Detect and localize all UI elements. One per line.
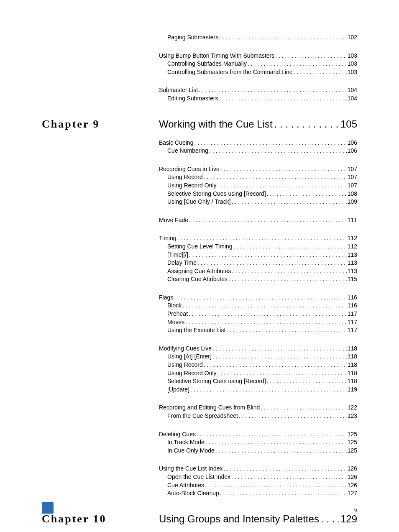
toc-dots [232, 267, 347, 276]
toc-entry-label: Using Record [167, 173, 203, 182]
toc-entry-page: 125 [348, 430, 357, 439]
toc-dots [189, 251, 347, 259]
footer-page-number: 5 [354, 506, 357, 513]
toc-dots [267, 190, 347, 198]
toc-entry-page: 103 [348, 60, 357, 68]
toc-section: Submaster List104Editing Submasters104 [42, 86, 357, 102]
toc-entry-page: 113 [348, 259, 357, 267]
toc-entry-label: Recording Cues in Live [159, 165, 220, 174]
toc-dots [232, 198, 347, 206]
toc-entry-page: 104 [348, 95, 357, 103]
toc-entry-page: 104 [348, 86, 357, 95]
toc-entry: Selective Storing Cues using [Record]118 [167, 377, 357, 386]
toc-section: Using Bump Button Timing With Submasters… [42, 52, 357, 77]
toc-dots [220, 489, 347, 498]
toc-dots [204, 361, 347, 369]
toc-entry-page: 109 [348, 198, 357, 206]
toc-entry: Paging Submasters102 [167, 33, 357, 42]
toc-entry: [Update]119 [167, 386, 357, 394]
toc-entry: Open the Cue List Index126 [167, 473, 357, 481]
toc-dots [209, 147, 347, 155]
toc-entry: Cue Attributes126 [167, 481, 357, 490]
toc-chapters: Chapter 9Working with the Cue List105Bas… [42, 118, 357, 532]
toc-dots [294, 68, 347, 77]
toc-entry-label: Deleting Cues [159, 430, 196, 439]
toc-dots [205, 438, 347, 447]
toc-entry-label: Paging Submasters [167, 33, 218, 42]
toc-entry-page: 117 [348, 326, 357, 335]
toc-entry: Cue Numbering106 [167, 147, 357, 155]
toc-entry-page: 118 [348, 369, 357, 378]
toc-entry-page: 125 [348, 447, 357, 455]
toc-entry: Using the Cue List Index126 [159, 465, 357, 473]
toc-entry: Clearing Cue Attributes115 [167, 275, 357, 284]
toc-dots [217, 369, 347, 378]
toc-dots [226, 326, 346, 335]
toc-entry-page: 126 [348, 473, 357, 481]
toc-entry: Auto-Block Cleanup127 [167, 489, 357, 498]
toc-entry-label: Basic Cueing [159, 139, 194, 147]
toc-entry-label: Delay Time [167, 259, 197, 267]
toc-entry-label: Open the Cue List Index [167, 473, 230, 481]
toc-entry: [Time][/]113 [167, 251, 357, 259]
toc-entry: Using [At] [Enter]118 [167, 353, 357, 361]
toc-section: Recording and Editing Cues from Blind122… [42, 404, 357, 420]
chapter-heading: Chapter 9Working with the Cue List105 [42, 118, 357, 130]
toc-dots [174, 294, 346, 302]
toc-section: Using the Cue List Index126Open the Cue … [42, 465, 357, 497]
toc-entry-label: Flags [159, 294, 173, 302]
toc-entry-label: Recording and Editing Cues from Blind [159, 404, 260, 412]
toc-section: Deleting Cues125In Track Mode125In Cue O… [42, 430, 357, 455]
toc-entry-label: Using Bump Button Timing With Submasters [159, 52, 274, 60]
toc-entry-label: Using [Cue Only / Track] [167, 198, 231, 206]
toc-entry-label: Clearing Cue Attributes [167, 275, 228, 284]
toc-dots [275, 52, 346, 60]
toc-pre-sections: Paging Submasters102Using Bump Button Ti… [42, 33, 357, 103]
toc-dots [239, 412, 347, 420]
toc-dots [197, 430, 347, 439]
chapter-label: Chapter 9 [42, 118, 159, 130]
toc-entry-page: 113 [348, 267, 357, 276]
toc-dots [204, 173, 347, 182]
toc-entry-page: 118 [348, 361, 357, 369]
toc-dots [212, 345, 347, 353]
toc-entry-page: 113 [348, 251, 357, 259]
toc-dots [212, 353, 347, 361]
toc-entry-page: 116 [348, 294, 357, 302]
toc-entry-page: 118 [348, 353, 357, 361]
toc-dots [219, 33, 346, 42]
toc-entry-page: 119 [348, 386, 357, 394]
toc-entry: Using Record118 [167, 361, 357, 369]
toc-entry-label: Preheat [167, 310, 188, 318]
toc-entry: Controlling Subfades Manually103 [167, 60, 357, 68]
toc-entry-label: Timing [159, 234, 176, 243]
toc-entry-page: 126 [348, 481, 357, 490]
toc-entry-label: Using Record Only [167, 182, 217, 190]
toc-section: Paging Submasters102 [42, 33, 357, 42]
toc-entry-label: In Track Mode [167, 438, 205, 447]
toc-dots [182, 302, 346, 310]
toc-entry: Selective Storing Cues using [Record]108 [167, 190, 357, 198]
toc-dots [267, 377, 347, 386]
toc-entry-label: Block [167, 302, 182, 310]
toc-entry-label: Cue Numbering [167, 147, 208, 155]
toc-dots [185, 318, 346, 327]
toc-entry-label: Controlling Submasters from the Command … [167, 68, 293, 77]
toc-dots [228, 275, 347, 284]
toc-entry: Timing112 [159, 234, 357, 243]
toc-entry-page: 103 [348, 68, 357, 77]
toc-dots [261, 404, 346, 412]
toc-entry: Recording Cues in Live107 [159, 165, 357, 174]
toc-entry-page: 106 [348, 139, 357, 147]
toc-entry: From the Cue Spreadsheet123 [167, 412, 357, 420]
page-content: Paging Submasters102Using Bump Button Ti… [0, 0, 399, 532]
toc-entry-page: 111 [348, 216, 357, 225]
footer-brand-square-icon [42, 502, 54, 514]
toc-entry-label: Using Record [167, 361, 203, 369]
toc-entry-page: 106 [348, 147, 357, 155]
toc-entry: Flags116 [159, 294, 357, 302]
chapter-dots [274, 118, 339, 130]
toc-entry: Controlling Submasters from the Command … [167, 68, 357, 77]
toc-entry-page: 112 [348, 234, 357, 243]
toc-entry: Submaster List104 [159, 86, 357, 95]
